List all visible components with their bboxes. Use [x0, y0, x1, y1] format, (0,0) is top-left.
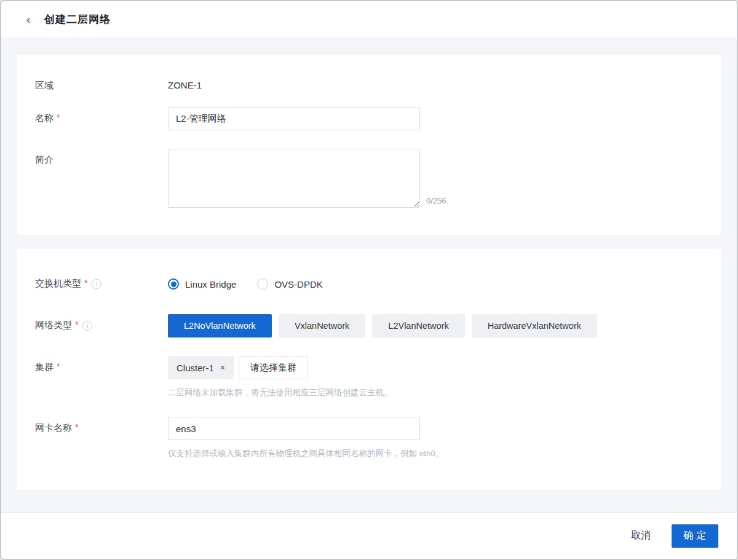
radio-unselected-icon	[257, 278, 268, 290]
form-row-name: 名称 *	[35, 107, 703, 130]
switch-type-radio-group: Linux Bridge OVS-DPDK	[168, 272, 703, 296]
create-l2-network-dialog: ‹ 创建二层网络 区域 ZONE-1 名称 *	[0, 0, 738, 560]
cluster-label: 集群	[35, 361, 54, 373]
radio-selected-icon	[168, 278, 179, 290]
dialog-body: 区域 ZONE-1 名称 * 简介	[1, 38, 737, 512]
nic-name-hint: 仅支持选择或输入集群内所有物理机之间具体相同名称的网卡，例如 eth0。	[168, 448, 703, 459]
form-row-nic-name: 网卡名称 * 仅支持选择或输入集群内所有物理机之间具体相同名称的网卡，例如 et…	[35, 417, 703, 459]
required-asterisk: *	[57, 112, 60, 122]
form-row-network-type: 网络类型 * i L2NoVlanNetwork VxlanNetwork L2…	[35, 314, 703, 337]
form-row-zone: 区域 ZONE-1	[35, 79, 703, 92]
description-textarea[interactable]	[168, 149, 420, 208]
network-type-l2vlan-button[interactable]: L2VlanNetwork	[372, 314, 464, 337]
info-icon[interactable]: i	[82, 321, 92, 331]
required-asterisk: *	[57, 361, 60, 371]
cluster-tag: Cluster-1 ×	[168, 356, 234, 379]
select-cluster-button[interactable]: 请选择集群	[239, 356, 308, 379]
page-title: 创建二层网络	[44, 12, 111, 26]
zone-value: ZONE-1	[168, 80, 202, 90]
back-icon[interactable]: ‹	[26, 14, 31, 26]
form-row-switch-type: 交换机类型 * i Linux Bridge OVS-DPDK	[35, 272, 703, 296]
required-asterisk: *	[75, 422, 78, 432]
cluster-hint: 二层网络未加载集群，将无法使用相应三层网络创建云主机。	[168, 387, 703, 398]
cancel-button[interactable]: 取消	[631, 529, 651, 542]
close-icon[interactable]: ×	[220, 363, 225, 372]
zone-label: 区域	[35, 79, 54, 92]
char-counter: 0/256	[426, 196, 446, 205]
network-type-vxlan-button[interactable]: VxlanNetwork	[279, 314, 365, 337]
dialog-header: ‹ 创建二层网络	[1, 1, 737, 38]
required-asterisk: *	[75, 320, 78, 329]
network-type-button-group: L2NoVlanNetwork VxlanNetwork L2VlanNetwo…	[168, 314, 703, 337]
nic-name-input[interactable]	[168, 417, 420, 440]
basic-info-card: 区域 ZONE-1 名称 * 简介	[17, 55, 721, 235]
form-row-cluster: 集群 * Cluster-1 × 请选择集群 二层网络未加载集群，将无法使用相应…	[35, 356, 703, 398]
info-icon[interactable]: i	[92, 279, 101, 289]
radio-linux-bridge[interactable]: Linux Bridge	[168, 278, 236, 290]
required-asterisk: *	[84, 278, 87, 288]
form-row-description: 简介 0/256	[35, 149, 703, 208]
network-type-label: 网络类型	[35, 320, 72, 331]
name-label: 名称	[35, 112, 54, 124]
nic-name-label: 网卡名称	[35, 422, 72, 434]
dialog-footer: 取消 确定	[1, 512, 737, 559]
radio-ovs-dpdk[interactable]: OVS-DPDK	[257, 278, 322, 290]
network-config-card: 交换机类型 * i Linux Bridge OVS-DPDK	[17, 249, 721, 490]
name-input[interactable]	[168, 107, 420, 130]
description-label: 简介	[35, 154, 54, 166]
confirm-button[interactable]: 确定	[672, 524, 718, 548]
cluster-tag-label: Cluster-1	[177, 363, 214, 373]
network-type-l2novlan-button[interactable]: L2NoVlanNetwork	[168, 314, 272, 337]
switch-type-label: 交换机类型	[35, 278, 81, 290]
network-type-hardwarevxlan-button[interactable]: HardwareVxlanNetwork	[472, 314, 597, 337]
